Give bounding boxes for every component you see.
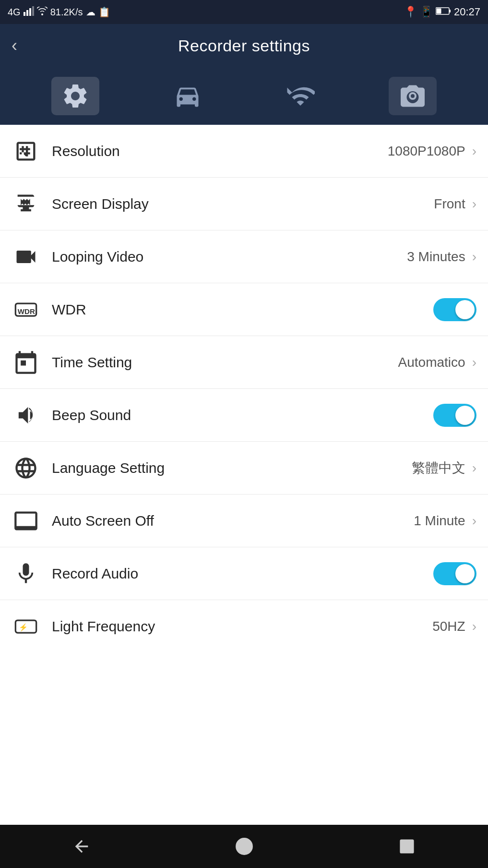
- looping-video-value: 3 Minutes: [407, 249, 465, 265]
- looping-video-label: Looping Video: [52, 249, 407, 265]
- nav-back-icon: [72, 837, 91, 856]
- wdr-item[interactable]: WDR WDR: [0, 283, 488, 336]
- car-icon: [173, 82, 202, 110]
- light-frequency-icon: ⚡: [12, 612, 40, 641]
- tab-wifi[interactable]: [276, 77, 324, 115]
- location-icon: 📍: [404, 6, 417, 18]
- page-title: Recorder settings: [178, 36, 310, 55]
- resolution-label: Resolution: [52, 143, 388, 159]
- tab-icons-bar: [0, 67, 488, 125]
- language-setting-icon: [12, 454, 40, 482]
- screen-display-chevron: ›: [472, 196, 476, 212]
- looping-video-item[interactable]: Looping Video 3 Minutes ›: [0, 230, 488, 283]
- beep-sound-item[interactable]: Beep Sound: [0, 389, 488, 442]
- beep-sound-icon: [12, 401, 40, 430]
- screen-display-icon: [12, 190, 40, 218]
- time-setting-item[interactable]: Time Setting Automatico ›: [0, 336, 488, 389]
- speed-text: 81.2K/s: [50, 7, 83, 18]
- record-audio-item[interactable]: Record Audio: [0, 547, 488, 600]
- phone-icon: 📱: [420, 6, 433, 18]
- svg-point-11: [236, 838, 252, 854]
- language-setting-value: 繁體中文: [412, 459, 465, 477]
- navigation-bar: [0, 825, 488, 868]
- status-right: 📍 📱 20:27: [404, 6, 480, 18]
- nav-home-icon: [235, 837, 254, 856]
- svg-rect-6: [449, 10, 451, 12]
- wdr-toggle-knob: [455, 300, 475, 319]
- time-setting-label: Time Setting: [52, 354, 398, 371]
- settings-content: Resolution 1080P1080P › Screen Display F…: [0, 125, 488, 825]
- language-setting-chevron: ›: [472, 460, 476, 476]
- record-audio-toggle[interactable]: [433, 562, 476, 585]
- wdr-label: WDR: [52, 301, 433, 318]
- settings-list: Resolution 1080P1080P › Screen Display F…: [0, 125, 488, 653]
- tab-settings[interactable]: [51, 77, 99, 115]
- status-bar: 4G 81.2K/s ☁ 📋 📍 📱: [0, 0, 488, 24]
- tab-camera[interactable]: [389, 77, 437, 115]
- notification-icon: 📋: [98, 6, 110, 18]
- wifi-icon: [37, 7, 48, 18]
- signal-bars: [24, 6, 34, 18]
- wdr-icon: WDR: [12, 295, 40, 324]
- nav-recent-icon: [397, 837, 417, 856]
- light-frequency-label: Light Frequency: [52, 618, 432, 635]
- svg-rect-1: [26, 10, 28, 16]
- beep-sound-toggle-knob: [455, 406, 475, 425]
- nav-home-button[interactable]: [225, 827, 263, 866]
- auto-screen-off-chevron: ›: [472, 513, 476, 529]
- record-audio-icon: [12, 559, 40, 588]
- svg-rect-12: [400, 840, 413, 853]
- network-indicator: 4G: [8, 7, 21, 18]
- svg-text:⚡: ⚡: [19, 623, 28, 632]
- light-frequency-item[interactable]: ⚡ Light Frequency 50HZ ›: [0, 600, 488, 653]
- nav-recent-button[interactable]: [388, 827, 426, 866]
- looping-video-icon: [12, 242, 40, 271]
- back-button[interactable]: ‹: [12, 36, 17, 56]
- looping-video-chevron: ›: [472, 249, 476, 265]
- language-setting-label: Language Setting: [52, 460, 412, 476]
- svg-rect-0: [24, 12, 25, 16]
- svg-text:WDR: WDR: [18, 307, 35, 315]
- beep-sound-label: Beep Sound: [52, 407, 433, 423]
- beep-sound-toggle[interactable]: [433, 404, 476, 427]
- nav-back-button[interactable]: [62, 827, 101, 866]
- auto-screen-off-value: 1 Minute: [414, 513, 465, 529]
- light-frequency-chevron: ›: [472, 619, 476, 634]
- status-left: 4G 81.2K/s ☁ 📋: [8, 6, 110, 18]
- auto-screen-off-icon: [12, 506, 40, 535]
- record-audio-toggle-knob: [455, 564, 475, 583]
- light-frequency-value: 50HZ: [432, 619, 465, 634]
- weather-icon: ☁: [86, 6, 95, 18]
- resolution-item[interactable]: Resolution 1080P1080P ›: [0, 125, 488, 178]
- record-audio-label: Record Audio: [52, 566, 433, 582]
- auto-screen-off-item[interactable]: Auto Screen Off 1 Minute ›: [0, 494, 488, 547]
- gear-icon: [61, 82, 90, 110]
- wifi-tab-icon: [286, 82, 315, 110]
- resolution-chevron: ›: [472, 144, 476, 159]
- svg-rect-2: [29, 8, 31, 16]
- language-setting-item[interactable]: Language Setting 繁體中文 ›: [0, 442, 488, 494]
- time-setting-chevron: ›: [472, 355, 476, 370]
- screen-display-label: Screen Display: [52, 196, 434, 212]
- svg-rect-3: [32, 6, 34, 16]
- time-setting-icon: [12, 348, 40, 377]
- resolution-icon: [12, 137, 40, 166]
- time-setting-value: Automatico: [398, 355, 465, 370]
- screen-display-value: Front: [434, 196, 465, 212]
- resolution-value: 1080P1080P: [388, 144, 465, 159]
- screen-display-item[interactable]: Screen Display Front ›: [0, 178, 488, 230]
- battery-icon: [436, 6, 451, 18]
- wdr-toggle[interactable]: [433, 298, 476, 321]
- time: 20:27: [454, 6, 480, 18]
- camera-icon: [398, 82, 427, 110]
- svg-rect-5: [436, 9, 441, 14]
- tab-car[interactable]: [164, 77, 212, 115]
- app-header: ‹ Recorder settings: [0, 24, 488, 67]
- auto-screen-off-label: Auto Screen Off: [52, 513, 414, 529]
